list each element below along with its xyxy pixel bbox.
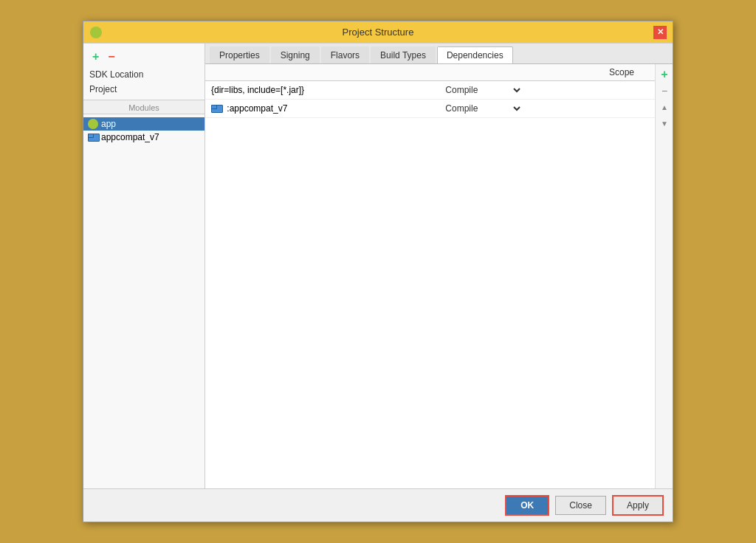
dependencies-table: Scope {dir=libs, include=[*.jar]} Compil… — [205, 64, 655, 118]
close-button[interactable]: Close — [555, 496, 606, 515]
dep-row-0-action — [640, 81, 655, 100]
tab-flavors[interactable]: Flavors — [321, 46, 369, 63]
content-area: Scope {dir=libs, include=[*.jar]} Compil… — [205, 64, 673, 488]
sidebar-item-sdk-location[interactable]: SDK Location — [83, 67, 205, 82]
col-header-dependency — [205, 64, 436, 81]
ok-button[interactable]: OK — [505, 495, 549, 516]
dialog-footer: OK Close Apply — [83, 488, 673, 522]
apply-button[interactable]: Apply — [612, 495, 664, 516]
sidebar-item-project[interactable]: Project — [83, 82, 205, 97]
dep-row-1-dependency: :appcompat_v7 — [205, 100, 436, 118]
dialog-title: Project Structure — [103, 27, 653, 38]
tab-properties[interactable]: Properties — [210, 46, 269, 63]
side-buttons: + − ▲ ▼ — [655, 64, 673, 488]
sidebar: + − SDK Location Project Modules app app… — [83, 44, 205, 488]
sidebar-actions: + − — [83, 46, 205, 67]
dep-row-0-dependency: {dir=libs, include=[*.jar]} — [205, 81, 436, 100]
tab-build-types[interactable]: Build Types — [371, 46, 436, 63]
app-icon — [89, 26, 103, 39]
col-header-action — [640, 64, 655, 81]
sidebar-item-app[interactable]: app — [83, 117, 205, 131]
project-structure-dialog: Project Structure ✕ + − SDK Location Pro… — [83, 21, 673, 522]
move-up-button[interactable]: ▲ — [657, 100, 672, 114]
tabs-bar: Properties Signing Flavors Build Types D… — [205, 44, 673, 64]
folder-icon — [211, 105, 221, 113]
dep-row-1-scope-select[interactable]: Compile Test compile Debug compile Relea… — [442, 103, 523, 114]
dep-row-1-action — [640, 100, 655, 118]
tab-signing[interactable]: Signing — [271, 46, 320, 63]
title-bar: Project Structure ✕ — [83, 21, 673, 44]
modules-section-label: Modules — [83, 100, 205, 114]
table-row: :appcompat_v7 Compile Test compile Debug… — [205, 100, 655, 118]
close-title-button[interactable]: ✕ — [653, 26, 667, 39]
android-icon — [88, 119, 98, 129]
table-row: {dir=libs, include=[*.jar]} Compile Test… — [205, 81, 655, 100]
dependencies-table-container: Scope {dir=libs, include=[*.jar]} Compil… — [205, 64, 655, 488]
remove-dep-button[interactable]: − — [657, 83, 672, 98]
dep-row-0-scope-select[interactable]: Compile Test compile Debug compile Relea… — [442, 84, 523, 96]
folder-icon — [88, 134, 98, 142]
dep-row-0-scope: Compile Test compile Debug compile Relea… — [436, 81, 640, 100]
sidebar-item-appcompat[interactable]: appcompat_v7 — [83, 131, 205, 144]
tab-dependencies[interactable]: Dependencies — [437, 46, 513, 63]
move-down-button[interactable]: ▼ — [657, 116, 672, 131]
add-dep-button[interactable]: + — [657, 67, 672, 82]
main-content: Properties Signing Flavors Build Types D… — [205, 44, 673, 488]
sidebar-add-button[interactable]: + — [89, 49, 102, 64]
col-header-scope: Scope — [436, 64, 640, 81]
sidebar-remove-button[interactable]: − — [105, 49, 117, 64]
dep-row-1-scope: Compile Test compile Debug compile Relea… — [436, 100, 640, 118]
dialog-body: + − SDK Location Project Modules app app… — [83, 44, 673, 488]
